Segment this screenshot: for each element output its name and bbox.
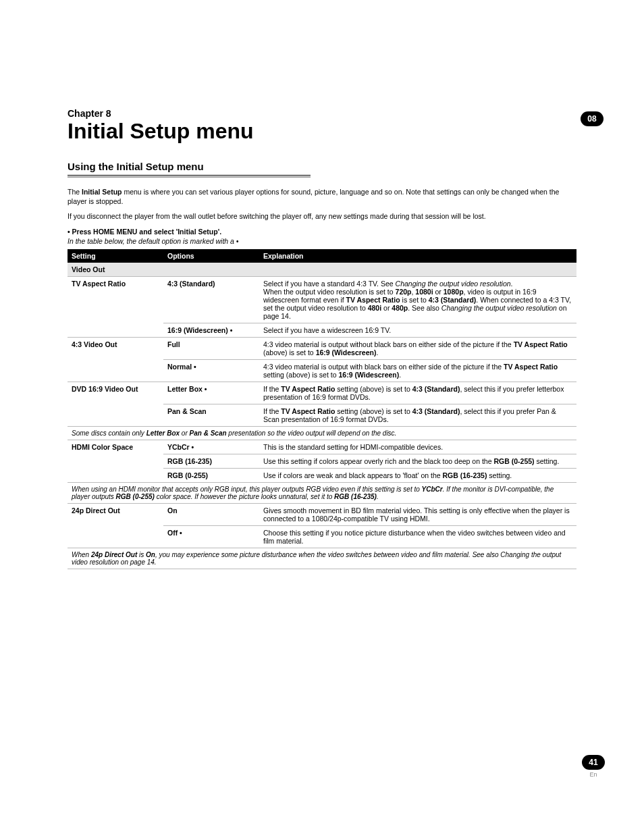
note-text: When 24p Direct Out is On, you may exper…: [68, 548, 576, 569]
table-row: DVD 16:9 Video Out Letter Box • If the T…: [68, 382, 576, 404]
table-row: 24p Direct Out On Gives smooth movement …: [68, 504, 576, 526]
table-note-row: When 24p Direct Out is On, you may exper…: [68, 548, 576, 569]
table-row: HDMI Color Space YCbCr • This is the sta…: [68, 440, 576, 454]
cell-setting: [68, 526, 163, 548]
cell-explanation: If the TV Aspect Ratio setting (above) i…: [259, 382, 576, 404]
page-footer: 41 En: [582, 755, 605, 778]
section-rule: [68, 175, 311, 178]
cell-option: Full: [163, 338, 259, 360]
cell-explanation: Select if you have a standard 4:3 TV. Se…: [259, 277, 576, 323]
table-row: 16:9 (Widescreen) • Select if you have a…: [68, 323, 576, 338]
table-note-row: Some discs contain only Letter Box or Pa…: [68, 427, 576, 440]
cell-explanation: If the TV Aspect Ratio setting (above) i…: [259, 404, 576, 427]
chapter-title: Initial Setup menu: [68, 120, 576, 143]
table-row: RGB (0-255) Use if colors are weak and b…: [68, 469, 576, 483]
settings-table: Setting Options Explanation Video Out TV…: [68, 249, 576, 569]
table-note-row: When using an HDMI monitor that accepts …: [68, 483, 576, 504]
cell-option: On: [163, 504, 259, 526]
cell-setting: [68, 469, 163, 483]
cell-setting: [68, 454, 163, 469]
cell-setting: HDMI Color Space: [68, 440, 163, 454]
cell-option: RGB (0-255): [163, 469, 259, 483]
table-row: 4:3 Video Out Full 4:3 video material is…: [68, 338, 576, 360]
table-row: Off • Choose this setting if you notice …: [68, 526, 576, 548]
text: The: [68, 188, 82, 196]
group-header-video-out: Video Out: [68, 263, 576, 277]
page-language: En: [582, 771, 605, 778]
page-number-badge: 41: [582, 755, 605, 770]
note-text: Some discs contain only Letter Box or Pa…: [68, 427, 576, 440]
table-row: Pan & Scan If the TV Aspect Ratio settin…: [68, 404, 576, 427]
cell-setting: [68, 404, 163, 427]
intro-paragraph-2: If you disconnect the player from the wa…: [68, 211, 576, 221]
cell-setting: TV Aspect Ratio: [68, 277, 163, 323]
cell-explanation: 4:3 video material is output without bla…: [259, 338, 576, 360]
table-row: RGB (16-235) Use this setting if colors …: [68, 454, 576, 469]
cell-option: Normal •: [163, 360, 259, 382]
intro-paragraph-1: The Initial Setup menu is where you can …: [68, 187, 576, 206]
cell-setting: [68, 323, 163, 338]
instruction-note: In the table below, the default option i…: [68, 237, 576, 245]
cell-option: 16:9 (Widescreen) •: [163, 323, 259, 338]
text: menu is where you can set various player…: [68, 188, 559, 205]
cell-explanation: Select if you have a widescreen 16:9 TV.: [259, 323, 576, 338]
cell-setting: [68, 360, 163, 382]
table-row: TV Aspect Ratio 4:3 (Standard) Select if…: [68, 277, 576, 323]
cell-setting: 4:3 Video Out: [68, 338, 163, 360]
note-text: When using an HDMI monitor that accepts …: [68, 483, 576, 504]
cell-option: 4:3 (Standard): [163, 277, 259, 323]
cell-explanation: This is the standard setting for HDMI-co…: [259, 440, 576, 454]
chapter-label: Chapter 8: [68, 108, 576, 119]
instruction-bold: • Press HOME MENU and select 'Initial Se…: [68, 228, 221, 236]
cell-explanation: Use if colors are weak and black appears…: [259, 469, 576, 483]
cell-option: Pan & Scan: [163, 404, 259, 427]
col-header-options: Options: [163, 249, 259, 263]
bold-text: Initial Setup: [82, 188, 122, 196]
cell-setting: 24p Direct Out: [68, 504, 163, 526]
cell-explanation: Use this setting if colors appear overly…: [259, 454, 576, 469]
cell-option: RGB (16-235): [163, 454, 259, 469]
section-heading: Using the Initial Setup menu: [68, 161, 576, 172]
cell-setting: DVD 16:9 Video Out: [68, 382, 163, 404]
cell-explanation: 4:3 video material is output with black …: [259, 360, 576, 382]
cell-option: Off •: [163, 526, 259, 548]
instruction-line: • Press HOME MENU and select 'Initial Se…: [68, 228, 576, 236]
cell-option: YCbCr •: [163, 440, 259, 454]
col-header-explanation: Explanation: [259, 249, 576, 263]
chapter-number-badge: 08: [581, 111, 603, 126]
col-header-setting: Setting: [68, 249, 163, 263]
table-row: Normal • 4:3 video material is output wi…: [68, 360, 576, 382]
cell-explanation: Choose this setting if you notice pictur…: [259, 526, 576, 548]
cell-option: Letter Box •: [163, 382, 259, 404]
cell-explanation: Gives smooth movement in BD film materia…: [259, 504, 576, 526]
